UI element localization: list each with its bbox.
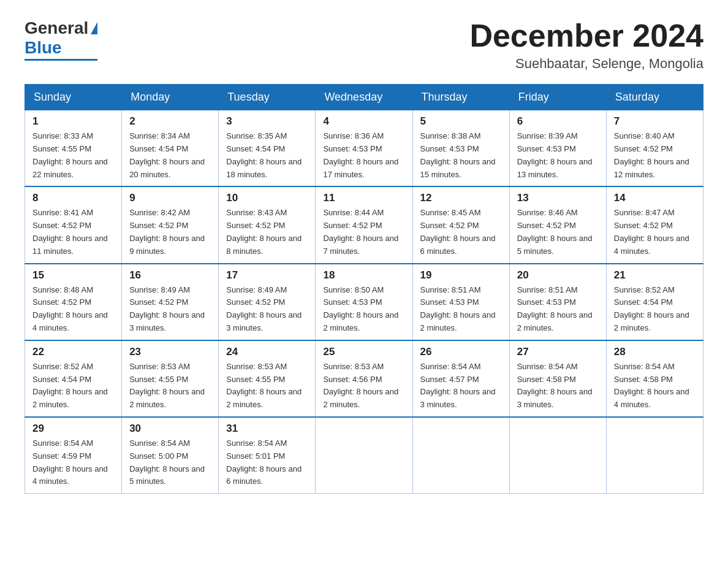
day-number: 23 xyxy=(129,346,211,358)
day-number: 5 xyxy=(420,115,502,128)
day-number: 16 xyxy=(129,269,211,282)
calendar-cell xyxy=(509,417,606,494)
calendar-cell: 2 Sunrise: 8:34 AMSunset: 4:54 PMDayligh… xyxy=(122,110,219,187)
day-info: Sunrise: 8:54 AMSunset: 4:57 PMDaylight:… xyxy=(420,362,496,409)
day-number: 8 xyxy=(32,192,114,204)
day-info: Sunrise: 8:39 AMSunset: 4:53 PMDaylight:… xyxy=(517,131,593,178)
day-info: Sunrise: 8:48 AMSunset: 4:52 PMDaylight:… xyxy=(32,285,108,332)
day-number: 2 xyxy=(129,115,211,128)
calendar-cell: 18 Sunrise: 8:50 AMSunset: 4:53 PMDaylig… xyxy=(316,264,412,340)
calendar-cell: 26 Sunrise: 8:54 AMSunset: 4:57 PMDaylig… xyxy=(412,340,509,417)
calendar-week-row: 8 Sunrise: 8:41 AMSunset: 4:52 PMDayligh… xyxy=(25,186,703,263)
day-number: 20 xyxy=(517,269,599,282)
day-number: 24 xyxy=(226,346,308,358)
calendar-cell: 25 Sunrise: 8:53 AMSunset: 4:56 PMDaylig… xyxy=(316,340,412,417)
day-number: 1 xyxy=(32,115,114,128)
logo: General Blue xyxy=(25,18,97,61)
day-info: Sunrise: 8:54 AMSunset: 4:58 PMDaylight:… xyxy=(517,362,593,409)
day-info: Sunrise: 8:43 AMSunset: 4:52 PMDaylight:… xyxy=(226,208,301,255)
calendar-week-row: 22 Sunrise: 8:52 AMSunset: 4:54 PMDaylig… xyxy=(25,340,703,417)
day-info: Sunrise: 8:51 AMSunset: 4:53 PMDaylight:… xyxy=(517,285,593,332)
calendar-cell: 22 Sunrise: 8:52 AMSunset: 4:54 PMDaylig… xyxy=(25,340,122,417)
day-info: Sunrise: 8:54 AMSunset: 4:59 PMDaylight:… xyxy=(32,439,108,486)
calendar-cell: 3 Sunrise: 8:35 AMSunset: 4:54 PMDayligh… xyxy=(219,110,316,187)
day-number: 30 xyxy=(129,423,211,435)
day-header-thursday: Thursday xyxy=(412,85,509,110)
day-header-monday: Monday xyxy=(122,85,219,110)
day-number: 14 xyxy=(614,192,696,204)
calendar-cell: 28 Sunrise: 8:54 AMSunset: 4:58 PMDaylig… xyxy=(606,340,703,417)
calendar-cell: 23 Sunrise: 8:53 AMSunset: 4:55 PMDaylig… xyxy=(122,340,219,417)
month-title: December 2024 xyxy=(469,18,703,53)
day-header-wednesday: Wednesday xyxy=(316,85,412,110)
calendar-cell: 8 Sunrise: 8:41 AMSunset: 4:52 PMDayligh… xyxy=(25,186,122,263)
day-info: Sunrise: 8:46 AMSunset: 4:52 PMDaylight:… xyxy=(517,208,593,255)
day-number: 21 xyxy=(614,269,696,282)
day-info: Sunrise: 8:42 AMSunset: 4:52 PMDaylight:… xyxy=(129,208,205,255)
day-info: Sunrise: 8:52 AMSunset: 4:54 PMDaylight:… xyxy=(614,285,689,332)
day-info: Sunrise: 8:50 AMSunset: 4:53 PMDaylight:… xyxy=(323,285,398,332)
calendar-cell: 13 Sunrise: 8:46 AMSunset: 4:52 PMDaylig… xyxy=(509,186,606,263)
day-info: Sunrise: 8:52 AMSunset: 4:54 PMDaylight:… xyxy=(32,362,108,409)
day-info: Sunrise: 8:47 AMSunset: 4:52 PMDaylight:… xyxy=(614,208,689,255)
day-info: Sunrise: 8:53 AMSunset: 4:55 PMDaylight:… xyxy=(129,362,205,409)
day-info: Sunrise: 8:35 AMSunset: 4:54 PMDaylight:… xyxy=(226,131,301,178)
logo-blue: Blue xyxy=(25,38,62,57)
day-info: Sunrise: 8:38 AMSunset: 4:53 PMDaylight:… xyxy=(420,131,496,178)
calendar-cell: 6 Sunrise: 8:39 AMSunset: 4:53 PMDayligh… xyxy=(509,110,606,187)
calendar-cell: 21 Sunrise: 8:52 AMSunset: 4:54 PMDaylig… xyxy=(606,264,703,340)
day-number: 26 xyxy=(420,346,502,358)
day-number: 29 xyxy=(32,423,114,435)
day-number: 25 xyxy=(323,346,404,358)
day-info: Sunrise: 8:33 AMSunset: 4:55 PMDaylight:… xyxy=(32,131,108,178)
day-info: Sunrise: 8:54 AMSunset: 5:00 PMDaylight:… xyxy=(129,439,205,486)
day-number: 10 xyxy=(226,192,308,204)
calendar-cell: 5 Sunrise: 8:38 AMSunset: 4:53 PMDayligh… xyxy=(412,110,509,187)
calendar-cell: 16 Sunrise: 8:49 AMSunset: 4:52 PMDaylig… xyxy=(122,264,219,340)
location: Suehbaatar, Selenge, Mongolia xyxy=(469,56,703,72)
day-info: Sunrise: 8:49 AMSunset: 4:52 PMDaylight:… xyxy=(129,285,205,332)
day-number: 12 xyxy=(420,192,502,204)
day-number: 18 xyxy=(323,269,404,282)
day-header-saturday: Saturday xyxy=(606,85,703,110)
calendar-cell: 31 Sunrise: 8:54 AMSunset: 5:01 PMDaylig… xyxy=(219,417,316,494)
calendar-cell: 19 Sunrise: 8:51 AMSunset: 4:53 PMDaylig… xyxy=(412,264,509,340)
day-number: 4 xyxy=(323,115,404,128)
day-info: Sunrise: 8:34 AMSunset: 4:54 PMDaylight:… xyxy=(129,131,205,178)
calendar-cell xyxy=(606,417,703,494)
day-info: Sunrise: 8:36 AMSunset: 4:53 PMDaylight:… xyxy=(323,131,398,178)
calendar-cell: 24 Sunrise: 8:53 AMSunset: 4:55 PMDaylig… xyxy=(219,340,316,417)
day-number: 13 xyxy=(517,192,599,204)
calendar-cell: 17 Sunrise: 8:49 AMSunset: 4:52 PMDaylig… xyxy=(219,264,316,340)
day-info: Sunrise: 8:45 AMSunset: 4:52 PMDaylight:… xyxy=(420,208,496,255)
day-info: Sunrise: 8:49 AMSunset: 4:52 PMDaylight:… xyxy=(226,285,301,332)
day-number: 3 xyxy=(226,115,308,128)
logo-underline xyxy=(25,59,97,61)
day-number: 11 xyxy=(323,192,404,204)
calendar-week-row: 15 Sunrise: 8:48 AMSunset: 4:52 PMDaylig… xyxy=(25,264,703,340)
day-number: 31 xyxy=(226,423,308,435)
day-number: 7 xyxy=(614,115,696,128)
calendar: SundayMondayTuesdayWednesdayThursdayFrid… xyxy=(25,84,703,494)
calendar-header-row: SundayMondayTuesdayWednesdayThursdayFrid… xyxy=(25,85,703,110)
calendar-cell: 11 Sunrise: 8:44 AMSunset: 4:52 PMDaylig… xyxy=(316,186,412,263)
title-block: December 2024 Suehbaatar, Selenge, Mongo… xyxy=(469,18,703,72)
calendar-cell: 30 Sunrise: 8:54 AMSunset: 5:00 PMDaylig… xyxy=(122,417,219,494)
day-number: 19 xyxy=(420,269,502,282)
day-header-sunday: Sunday xyxy=(25,85,122,110)
calendar-cell: 27 Sunrise: 8:54 AMSunset: 4:58 PMDaylig… xyxy=(509,340,606,417)
day-info: Sunrise: 8:40 AMSunset: 4:52 PMDaylight:… xyxy=(614,131,689,178)
calendar-cell: 20 Sunrise: 8:51 AMSunset: 4:53 PMDaylig… xyxy=(509,264,606,340)
day-number: 27 xyxy=(517,346,599,358)
calendar-cell: 14 Sunrise: 8:47 AMSunset: 4:52 PMDaylig… xyxy=(606,186,703,263)
day-info: Sunrise: 8:44 AMSunset: 4:52 PMDaylight:… xyxy=(323,208,398,255)
day-info: Sunrise: 8:53 AMSunset: 4:55 PMDaylight:… xyxy=(226,362,301,409)
day-info: Sunrise: 8:54 AMSunset: 5:01 PMDaylight:… xyxy=(226,439,301,486)
day-header-friday: Friday xyxy=(509,85,606,110)
day-number: 17 xyxy=(226,269,308,282)
day-number: 15 xyxy=(32,269,114,282)
page-header: General Blue December 2024 Suehbaatar, S… xyxy=(25,18,703,72)
day-number: 28 xyxy=(614,346,696,358)
calendar-cell xyxy=(412,417,509,494)
day-number: 22 xyxy=(32,346,114,358)
